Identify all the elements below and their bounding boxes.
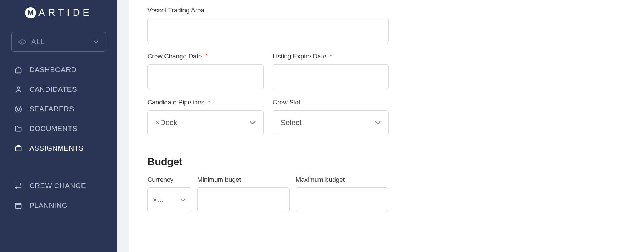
sidebar: M ARTIDE ALL DASHBOARD CANDIDATES [0, 0, 117, 252]
nav-label: ASSIGNMENTS [29, 144, 84, 152]
close-icon[interactable]: × [155, 119, 159, 127]
nav-item-assignments[interactable]: ASSIGNMENTS [0, 138, 117, 158]
nav-label: CANDIDATES [29, 85, 77, 94]
svg-rect-5 [16, 203, 21, 208]
briefcase-icon [14, 144, 23, 152]
nav-item-documents[interactable]: DOCUMENTS [0, 119, 117, 138]
label-max-budget: Maximum budget [296, 176, 388, 184]
label-min-budget: Minimum buget [197, 176, 290, 184]
label-crew-change-date: Crew Change Date * [147, 53, 264, 60]
swap-icon [14, 182, 23, 190]
required-mark: * [208, 99, 210, 106]
home-icon [14, 66, 23, 74]
field-max-budget: Maximum budget [296, 176, 388, 212]
field-vessel-trading-area: Vessel Trading Area [147, 7, 389, 43]
select-placeholder: Select [281, 118, 302, 127]
nav-item-dashboard[interactable]: DASHBOARD [0, 60, 117, 80]
required-mark: * [205, 53, 208, 60]
label-currency: Currency [147, 176, 191, 184]
select-currency[interactable]: × ... [147, 187, 191, 212]
chevron-down-icon [180, 198, 186, 201]
chevron-down-icon [250, 121, 256, 124]
field-listing-expire-date: Listing Expire Date * [273, 53, 389, 89]
input-min-budget[interactable] [197, 187, 290, 212]
nav-primary: DASHBOARD CANDIDATES SEAFARERS DOCUMENTS… [0, 60, 117, 215]
logo: M ARTIDE [0, 7, 117, 18]
nav-label: DASHBOARD [29, 66, 77, 74]
user-icon [14, 86, 23, 93]
close-icon[interactable]: × [153, 196, 157, 204]
label-vessel-trading-area: Vessel Trading Area [147, 7, 389, 14]
nav-item-candidates[interactable]: CANDIDATES [0, 80, 117, 99]
field-min-budget: Minimum buget [197, 176, 290, 212]
logo-mark-icon: M [25, 7, 36, 18]
field-crew-change-date: Crew Change Date * [147, 53, 264, 89]
input-crew-change-date[interactable] [147, 64, 264, 89]
select-value: Deck [160, 118, 178, 127]
select-crew-slot[interactable]: Select [273, 110, 389, 135]
nav-item-seafarers[interactable]: SEAFARERS [0, 99, 117, 119]
required-mark: * [330, 53, 332, 60]
label-candidate-pipelines: Candidate Pipelines * [147, 99, 264, 106]
svg-point-0 [21, 41, 23, 43]
svg-point-1 [17, 87, 20, 89]
nav-item-planning[interactable]: PLANNING [0, 196, 117, 215]
svg-point-2 [15, 106, 22, 112]
folder-icon [14, 125, 23, 132]
chevron-down-icon [94, 40, 99, 43]
input-max-budget[interactable] [296, 187, 388, 212]
input-listing-expire-date[interactable] [273, 64, 389, 89]
field-candidate-pipelines: Candidate Pipelines * × Deck [147, 99, 264, 135]
input-vessel-trading-area[interactable] [147, 18, 389, 43]
section-title-budget: Budget [147, 156, 389, 168]
lifebuoy-icon [14, 105, 23, 113]
nav-item-crew-change[interactable]: CREW CHANGE [0, 176, 117, 196]
calendar-icon [14, 202, 23, 209]
select-value: ... [158, 196, 164, 204]
svg-rect-4 [16, 147, 21, 151]
logo-text: ARTIDE [38, 7, 92, 18]
filter-label: ALL [31, 38, 88, 46]
field-crew-slot: Crew Slot Select [273, 99, 389, 135]
chevron-down-icon [375, 121, 381, 124]
nav-label: SEAFARERS [29, 105, 74, 113]
filter-select[interactable]: ALL [11, 32, 106, 52]
eye-icon [18, 39, 26, 45]
main-content: Vessel Trading Area Crew Change Date * L… [129, 0, 644, 252]
select-candidate-pipelines[interactable]: × Deck [147, 110, 264, 135]
svg-point-3 [17, 108, 20, 111]
label-listing-expire-date: Listing Expire Date * [273, 53, 389, 60]
label-crew-slot: Crew Slot [273, 99, 389, 106]
nav-label: PLANNING [29, 201, 67, 210]
nav-label: DOCUMENTS [29, 124, 77, 133]
nav-label: CREW CHANGE [29, 182, 86, 190]
field-currency: Currency × ... [147, 176, 191, 212]
